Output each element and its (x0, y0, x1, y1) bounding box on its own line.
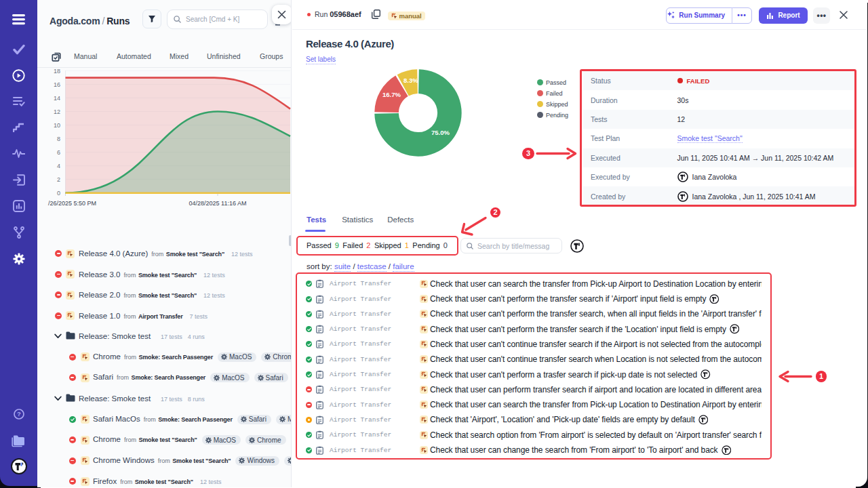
svg-text:2: 2 (57, 176, 60, 183)
svg-text:?: ? (17, 410, 21, 418)
svg-text:8: 8 (57, 136, 60, 142)
svg-text:8.3%: 8.3% (403, 77, 418, 84)
svg-text:10: 10 (54, 122, 60, 129)
svg-text:16: 16 (54, 81, 60, 88)
svg-text:0: 0 (57, 190, 60, 197)
svg-text:14: 14 (54, 95, 60, 102)
svg-text:18: 18 (54, 68, 60, 75)
svg-text:04/28/2025 11:16 AM: 04/28/2025 11:16 AM (189, 200, 247, 207)
svg-text:/26/2025 5:50 PM: /26/2025 5:50 PM (48, 200, 96, 207)
svg-text:75.0%: 75.0% (431, 129, 450, 136)
svg-text:12: 12 (54, 108, 60, 115)
svg-text:16.7%: 16.7% (382, 91, 401, 98)
svg-text:4: 4 (57, 163, 60, 169)
svg-text:6: 6 (57, 149, 60, 156)
